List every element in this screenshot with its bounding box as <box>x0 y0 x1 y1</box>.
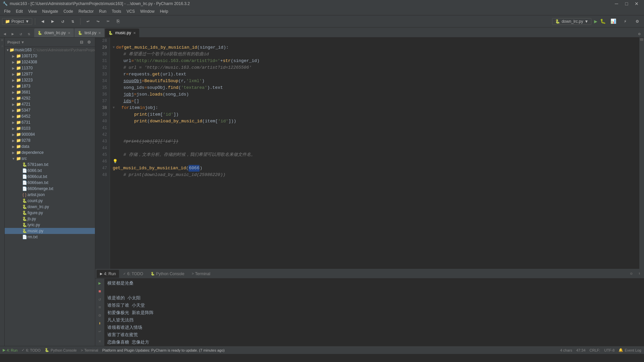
menu-window[interactable]: Window <box>138 7 157 15</box>
tab-music[interactable]: 🐍 music.py ✕ <box>105 28 139 37</box>
run-settings-button[interactable]: ⚙ <box>97 312 103 319</box>
menu-run[interactable]: Run <box>96 7 109 15</box>
tree-file-6066cut[interactable]: 📄6066cut.txt <box>5 174 95 180</box>
tab-toolbar-forward[interactable]: ▶ <box>9 31 16 37</box>
tree-file-music[interactable]: 🐍music.py <box>5 228 95 234</box>
debug-button[interactable]: 🐛 <box>600 18 606 24</box>
tree-file-6066[interactable]: 📄6066.txt <box>5 168 95 174</box>
tab-test[interactable]: 🐍 test.py ✕ <box>74 28 104 37</box>
tree-file-artist[interactable]: { }artist.json <box>5 192 95 198</box>
tab-toolbar-sync[interactable]: ⇅ <box>25 31 32 37</box>
menu-vcs[interactable]: VCS <box>124 7 138 15</box>
tree-folder-3681[interactable]: ▶📁3681 <box>5 89 95 95</box>
tree-file-down-lrc[interactable]: 🐍down_lrc.py <box>5 204 95 210</box>
tab-down-lrc[interactable]: 🐍 down_lrc.py ✕ <box>34 28 74 37</box>
bottom-settings-button[interactable]: ⚙ <box>628 270 635 277</box>
tree-file-count[interactable]: 🐍count.py <box>5 198 95 204</box>
tree-folder-12977[interactable]: ▶📁12977 <box>5 71 95 77</box>
forward-button[interactable]: ▶ <box>48 17 57 26</box>
tab-test-close[interactable]: ✕ <box>98 31 101 35</box>
status-todo[interactable]: ✓ 6: TODO <box>21 348 41 352</box>
tree-folder-6452[interactable]: ▶📁6452 <box>5 113 95 119</box>
tab-down-lrc-close[interactable]: ✕ <box>68 31 70 35</box>
run-stop-button[interactable]: ■ <box>97 288 103 295</box>
status-terminal[interactable]: > Terminal <box>81 348 98 352</box>
vcs-icon[interactable]: ⑃ <box>0 44 4 48</box>
tree-folder-dependence[interactable]: ▶📁dependence <box>5 149 95 156</box>
menu-tools[interactable]: Tools <box>109 7 124 15</box>
menu-file[interactable]: File <box>1 7 13 15</box>
tree-folder-5347[interactable]: ▶📁5347 <box>5 107 95 113</box>
redo-button[interactable]: ↪ <box>93 17 103 26</box>
status-run[interactable]: ▶ 4: Run <box>3 348 17 352</box>
tree-folder-1024308[interactable]: ▶📁1024308 <box>5 59 95 65</box>
run-wrap-button[interactable]: ↩ <box>97 328 103 335</box>
collapse-all-button[interactable]: ⊟ <box>78 39 85 46</box>
tree-folder-6731[interactable]: ▶📁6731 <box>5 119 95 125</box>
tree-file-rm[interactable]: 📄rm.txt <box>5 234 95 240</box>
run-play-button[interactable]: ▶ <box>97 280 103 287</box>
tab-run[interactable]: ▶ 4: Run <box>97 270 119 278</box>
menu-edit[interactable]: Edit <box>13 7 25 15</box>
code-lines[interactable]: ▼ def get_music_ids_by_musician_id(singe… <box>110 38 639 269</box>
run-scroll-button[interactable]: ⬇ <box>97 320 103 327</box>
tree-folder-9278[interactable]: ▶📁9278 <box>5 137 95 143</box>
maximize-button[interactable]: □ <box>622 0 631 7</box>
run-button[interactable]: ▶ <box>594 18 597 25</box>
minimize-button[interactable]: ─ <box>612 0 621 7</box>
tree-root[interactable]: ▼ 📁 music163 C:\Users\Administrator\Pych… <box>5 47 95 53</box>
refresh-button[interactable]: ↺ <box>58 17 67 26</box>
back-button[interactable]: ◀ <box>38 17 47 26</box>
tree-folder-8103[interactable]: ▶📁8103 <box>5 125 95 131</box>
sync-button[interactable]: ⇅ <box>68 17 77 26</box>
right-scrollbar[interactable] <box>639 38 644 269</box>
editor-settings-button[interactable]: ⚙ <box>636 31 643 37</box>
settings-tree-button[interactable]: ⚙ <box>86 39 92 46</box>
tree-folder-900084[interactable]: ▶📁900084 <box>5 131 95 137</box>
status-line-ending[interactable]: CRLF: <box>590 348 600 352</box>
tree-file-jb[interactable]: 🐍jb.py <box>5 216 95 222</box>
tree-folder-11370[interactable]: ▶📁11370 <box>5 65 95 71</box>
run-rerun-button[interactable]: ↺ <box>97 296 103 303</box>
status-event-log[interactable]: 🔔 Event Log <box>619 348 641 352</box>
tree-folder-4721[interactable]: ▶📁4721 <box>5 101 95 107</box>
menu-view[interactable]: View <box>25 7 40 15</box>
undo-button[interactable]: ↩ <box>83 17 93 26</box>
menu-navigate[interactable]: Navigate <box>40 7 61 15</box>
tab-python-console[interactable]: 🐍 Python Console <box>147 270 188 278</box>
tree-folder-1873[interactable]: ▶📁1873 <box>5 83 95 89</box>
tree-folder-data[interactable]: ▶📁data <box>5 143 95 149</box>
tree-file-6606merge[interactable]: 📄6606merge.txt <box>5 186 95 192</box>
menu-help[interactable]: Help <box>157 7 171 15</box>
tree-folder-1007170[interactable]: ▶📁1007170 <box>5 53 95 59</box>
tree-file-figure[interactable]: 🐍figure.py <box>5 210 95 216</box>
tree-folder-4292[interactable]: ▶📁4292 <box>5 95 95 101</box>
run-close-button[interactable]: ✕ <box>97 338 103 345</box>
run-config-selector[interactable]: 🐍 down_lrc.py ▼ <box>552 18 591 25</box>
tab-todo[interactable]: ✓ 6: TODO <box>120 270 147 278</box>
status-python-console[interactable]: 🐍 Python Console <box>45 348 77 352</box>
run-filter-button[interactable]: ≡ <box>97 304 103 311</box>
structure-icon[interactable]: ≡ <box>0 38 4 42</box>
cut-button[interactable]: ✂ <box>103 17 113 26</box>
tab-music-close[interactable]: ✕ <box>133 31 136 35</box>
coverage-button[interactable]: 📊 <box>608 17 618 26</box>
tree-file-lyric[interactable]: 🐍lyric.py <box>5 222 95 228</box>
code-editor[interactable]: 28 29 30 31 32 33 34 35 36 37 38 39 40 4… <box>95 38 644 269</box>
copy-button[interactable]: ⎘ <box>113 17 123 26</box>
tree-folder-13223[interactable]: ▶📁13223 <box>5 77 95 83</box>
status-encoding[interactable]: UTF-8 <box>604 348 614 352</box>
tab-toolbar-refresh[interactable]: ↺ <box>17 31 24 37</box>
menu-code[interactable]: Code <box>61 7 76 15</box>
tree-file-5781sen[interactable]: 🐍5781sen.txt <box>5 162 95 168</box>
project-selector[interactable]: 📁 Project ▼ <box>2 18 32 25</box>
menu-refactor[interactable]: Refactor <box>76 7 96 15</box>
close-button[interactable]: ✕ <box>632 0 641 7</box>
tree-file-6066sen[interactable]: 📄6066sen.txt <box>5 180 95 186</box>
tree-folder-src[interactable]: ▼📁src <box>5 156 95 162</box>
tab-terminal[interactable]: > Terminal <box>189 270 214 278</box>
tab-toolbar-back[interactable]: ◀ <box>1 31 8 37</box>
status-position[interactable]: 47:34 <box>576 348 586 352</box>
profile-button[interactable]: ⚡ <box>621 17 630 26</box>
bottom-expand-button[interactable]: ⬆ <box>636 270 643 277</box>
